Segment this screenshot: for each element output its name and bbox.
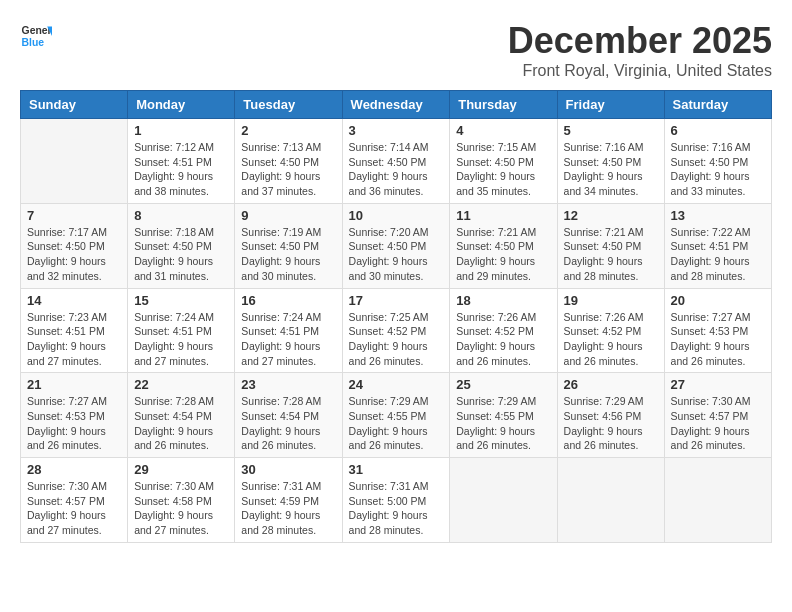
day-info: Sunrise: 7:27 AMSunset: 4:53 PMDaylight:… [27, 394, 121, 453]
day-number: 19 [564, 293, 658, 308]
day-number: 13 [671, 208, 765, 223]
day-info: Sunrise: 7:16 AMSunset: 4:50 PMDaylight:… [671, 140, 765, 199]
calendar-cell: 27Sunrise: 7:30 AMSunset: 4:57 PMDayligh… [664, 373, 771, 458]
calendar-body: 1Sunrise: 7:12 AMSunset: 4:51 PMDaylight… [21, 119, 772, 543]
calendar-week-row: 7Sunrise: 7:17 AMSunset: 4:50 PMDaylight… [21, 203, 772, 288]
day-info: Sunrise: 7:31 AMSunset: 4:59 PMDaylight:… [241, 479, 335, 538]
day-info: Sunrise: 7:30 AMSunset: 4:58 PMDaylight:… [134, 479, 228, 538]
day-info: Sunrise: 7:14 AMSunset: 4:50 PMDaylight:… [349, 140, 444, 199]
month-title: December 2025 [508, 20, 772, 62]
day-info: Sunrise: 7:28 AMSunset: 4:54 PMDaylight:… [134, 394, 228, 453]
day-number: 18 [456, 293, 550, 308]
day-info: Sunrise: 7:21 AMSunset: 4:50 PMDaylight:… [564, 225, 658, 284]
day-number: 30 [241, 462, 335, 477]
day-number: 8 [134, 208, 228, 223]
weekday-header-cell: Saturday [664, 91, 771, 119]
day-info: Sunrise: 7:21 AMSunset: 4:50 PMDaylight:… [456, 225, 550, 284]
day-number: 29 [134, 462, 228, 477]
calendar-cell: 18Sunrise: 7:26 AMSunset: 4:52 PMDayligh… [450, 288, 557, 373]
day-number: 22 [134, 377, 228, 392]
day-info: Sunrise: 7:15 AMSunset: 4:50 PMDaylight:… [456, 140, 550, 199]
day-info: Sunrise: 7:13 AMSunset: 4:50 PMDaylight:… [241, 140, 335, 199]
calendar-cell [21, 119, 128, 204]
calendar-cell: 23Sunrise: 7:28 AMSunset: 4:54 PMDayligh… [235, 373, 342, 458]
day-number: 3 [349, 123, 444, 138]
calendar-cell: 15Sunrise: 7:24 AMSunset: 4:51 PMDayligh… [128, 288, 235, 373]
weekday-header-cell: Tuesday [235, 91, 342, 119]
day-info: Sunrise: 7:24 AMSunset: 4:51 PMDaylight:… [241, 310, 335, 369]
day-info: Sunrise: 7:30 AMSunset: 4:57 PMDaylight:… [671, 394, 765, 453]
weekday-header-cell: Thursday [450, 91, 557, 119]
day-number: 20 [671, 293, 765, 308]
weekday-header-cell: Wednesday [342, 91, 450, 119]
calendar-cell: 8Sunrise: 7:18 AMSunset: 4:50 PMDaylight… [128, 203, 235, 288]
weekday-header-cell: Sunday [21, 91, 128, 119]
calendar-cell: 24Sunrise: 7:29 AMSunset: 4:55 PMDayligh… [342, 373, 450, 458]
calendar-week-row: 28Sunrise: 7:30 AMSunset: 4:57 PMDayligh… [21, 458, 772, 543]
day-info: Sunrise: 7:24 AMSunset: 4:51 PMDaylight:… [134, 310, 228, 369]
day-number: 1 [134, 123, 228, 138]
day-info: Sunrise: 7:30 AMSunset: 4:57 PMDaylight:… [27, 479, 121, 538]
logo-icon: General Blue [20, 20, 52, 52]
calendar-cell: 10Sunrise: 7:20 AMSunset: 4:50 PMDayligh… [342, 203, 450, 288]
svg-text:Blue: Blue [22, 37, 45, 48]
day-number: 21 [27, 377, 121, 392]
calendar-cell: 30Sunrise: 7:31 AMSunset: 4:59 PMDayligh… [235, 458, 342, 543]
day-number: 7 [27, 208, 121, 223]
svg-text:General: General [22, 25, 52, 36]
day-info: Sunrise: 7:29 AMSunset: 4:55 PMDaylight:… [456, 394, 550, 453]
day-info: Sunrise: 7:29 AMSunset: 4:55 PMDaylight:… [349, 394, 444, 453]
calendar-cell [557, 458, 664, 543]
day-info: Sunrise: 7:25 AMSunset: 4:52 PMDaylight:… [349, 310, 444, 369]
calendar-cell: 16Sunrise: 7:24 AMSunset: 4:51 PMDayligh… [235, 288, 342, 373]
day-number: 14 [27, 293, 121, 308]
day-number: 28 [27, 462, 121, 477]
calendar-week-row: 14Sunrise: 7:23 AMSunset: 4:51 PMDayligh… [21, 288, 772, 373]
calendar-cell: 19Sunrise: 7:26 AMSunset: 4:52 PMDayligh… [557, 288, 664, 373]
day-number: 11 [456, 208, 550, 223]
day-info: Sunrise: 7:26 AMSunset: 4:52 PMDaylight:… [564, 310, 658, 369]
day-info: Sunrise: 7:26 AMSunset: 4:52 PMDaylight:… [456, 310, 550, 369]
day-number: 24 [349, 377, 444, 392]
day-number: 26 [564, 377, 658, 392]
day-info: Sunrise: 7:27 AMSunset: 4:53 PMDaylight:… [671, 310, 765, 369]
weekday-header-cell: Monday [128, 91, 235, 119]
day-number: 25 [456, 377, 550, 392]
calendar-cell: 11Sunrise: 7:21 AMSunset: 4:50 PMDayligh… [450, 203, 557, 288]
day-number: 6 [671, 123, 765, 138]
calendar-cell: 25Sunrise: 7:29 AMSunset: 4:55 PMDayligh… [450, 373, 557, 458]
calendar-cell: 17Sunrise: 7:25 AMSunset: 4:52 PMDayligh… [342, 288, 450, 373]
calendar-cell: 5Sunrise: 7:16 AMSunset: 4:50 PMDaylight… [557, 119, 664, 204]
calendar-cell: 26Sunrise: 7:29 AMSunset: 4:56 PMDayligh… [557, 373, 664, 458]
day-info: Sunrise: 7:28 AMSunset: 4:54 PMDaylight:… [241, 394, 335, 453]
day-number: 23 [241, 377, 335, 392]
calendar-week-row: 1Sunrise: 7:12 AMSunset: 4:51 PMDaylight… [21, 119, 772, 204]
logo: General Blue [20, 20, 52, 52]
day-info: Sunrise: 7:23 AMSunset: 4:51 PMDaylight:… [27, 310, 121, 369]
day-number: 2 [241, 123, 335, 138]
day-number: 15 [134, 293, 228, 308]
weekday-header-cell: Friday [557, 91, 664, 119]
calendar-cell [450, 458, 557, 543]
calendar-cell: 7Sunrise: 7:17 AMSunset: 4:50 PMDaylight… [21, 203, 128, 288]
calendar-cell: 2Sunrise: 7:13 AMSunset: 4:50 PMDaylight… [235, 119, 342, 204]
day-info: Sunrise: 7:29 AMSunset: 4:56 PMDaylight:… [564, 394, 658, 453]
calendar: SundayMondayTuesdayWednesdayThursdayFrid… [20, 90, 772, 543]
day-info: Sunrise: 7:16 AMSunset: 4:50 PMDaylight:… [564, 140, 658, 199]
day-number: 16 [241, 293, 335, 308]
calendar-cell: 13Sunrise: 7:22 AMSunset: 4:51 PMDayligh… [664, 203, 771, 288]
day-info: Sunrise: 7:22 AMSunset: 4:51 PMDaylight:… [671, 225, 765, 284]
calendar-cell: 1Sunrise: 7:12 AMSunset: 4:51 PMDaylight… [128, 119, 235, 204]
calendar-cell: 6Sunrise: 7:16 AMSunset: 4:50 PMDaylight… [664, 119, 771, 204]
day-number: 10 [349, 208, 444, 223]
calendar-cell: 4Sunrise: 7:15 AMSunset: 4:50 PMDaylight… [450, 119, 557, 204]
calendar-cell: 3Sunrise: 7:14 AMSunset: 4:50 PMDaylight… [342, 119, 450, 204]
day-number: 17 [349, 293, 444, 308]
calendar-cell: 21Sunrise: 7:27 AMSunset: 4:53 PMDayligh… [21, 373, 128, 458]
calendar-cell: 9Sunrise: 7:19 AMSunset: 4:50 PMDaylight… [235, 203, 342, 288]
weekday-header-row: SundayMondayTuesdayWednesdayThursdayFrid… [21, 91, 772, 119]
day-number: 4 [456, 123, 550, 138]
day-info: Sunrise: 7:31 AMSunset: 5:00 PMDaylight:… [349, 479, 444, 538]
day-info: Sunrise: 7:17 AMSunset: 4:50 PMDaylight:… [27, 225, 121, 284]
location-title: Front Royal, Virginia, United States [508, 62, 772, 80]
